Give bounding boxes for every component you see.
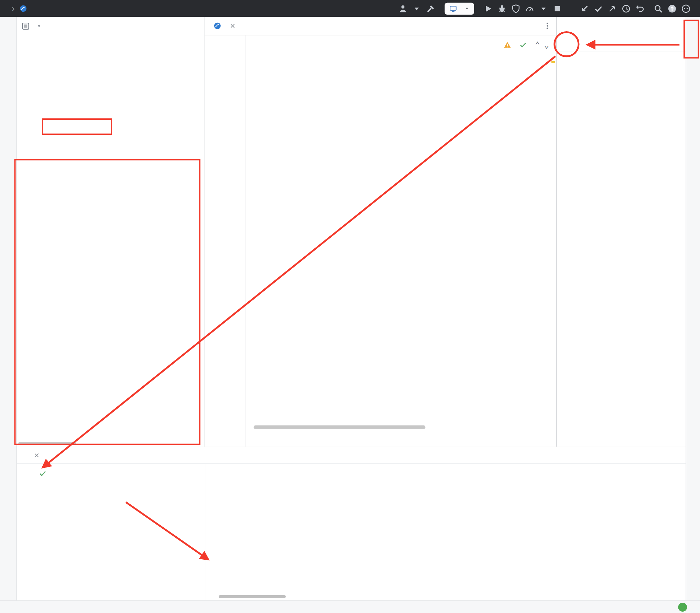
shield-icon — [511, 4, 521, 13]
project-panel — [17, 17, 204, 447]
caret-d-icon — [412, 4, 422, 13]
editor-tabbar — [205, 17, 556, 35]
project-panel-header — [17, 17, 204, 35]
code-editor[interactable]: ⌃ ⌄ — [205, 35, 556, 447]
event-log-badge — [678, 602, 687, 611]
toolbar-icon[interactable] — [667, 4, 677, 13]
arrow-ur-icon — [608, 4, 617, 13]
titlebar-git-icons — [578, 4, 647, 13]
build-right-toolbar — [670, 464, 686, 600]
success-check-icon — [39, 469, 47, 478]
hammer-icon — [426, 4, 435, 13]
toolbar-icon[interactable] — [553, 4, 562, 13]
upload-icon — [667, 4, 677, 13]
breadcrumb-separator: › — [12, 3, 15, 14]
toolbar-icon[interactable] — [511, 4, 521, 13]
event-log-button[interactable] — [678, 602, 693, 611]
toolbar-icon[interactable] — [539, 4, 548, 13]
stop-icon — [553, 4, 562, 13]
profiler-icon — [525, 4, 534, 13]
inspection-widget[interactable]: ⌃ ⌄ — [504, 40, 549, 50]
run-config-select[interactable] — [445, 2, 474, 14]
editor-horizontal-scrollbar[interactable] — [254, 425, 426, 429]
toolbar-icon[interactable] — [635, 4, 645, 13]
sbt-file-icon — [19, 4, 27, 12]
toolbar-icon[interactable] — [654, 4, 663, 13]
error-stripe-warning-mark[interactable] — [551, 61, 555, 63]
toolbar-icon[interactable] — [497, 4, 507, 13]
titlebar: › — [0, 0, 700, 17]
prev-problem-chevron-up-icon[interactable]: ⌃ — [535, 40, 540, 50]
next-problem-chevron-down-icon[interactable]: ⌄ — [544, 40, 549, 50]
editor-tab-build-sbt[interactable] — [207, 17, 242, 35]
sbt-toolbar — [557, 35, 686, 51]
toolbar-icon[interactable] — [608, 4, 617, 13]
left-tool-stripe — [0, 17, 17, 600]
sbt-tool-window — [556, 17, 686, 447]
toolbar-icon[interactable] — [398, 4, 407, 13]
close-icon[interactable] — [229, 23, 236, 29]
build-status-line — [39, 469, 203, 478]
toolbar-icon[interactable] — [622, 4, 631, 13]
toolbar-icon[interactable] — [681, 4, 691, 13]
undo-icon — [635, 4, 645, 13]
titlebar-run-icons — [481, 4, 565, 13]
titlebar-far-icons — [652, 4, 693, 13]
build-panel-body — [17, 464, 686, 600]
arrow-dl-icon — [580, 4, 589, 13]
build-tab-sync[interactable] — [24, 447, 45, 463]
build-log-horizontal-scrollbar[interactable] — [219, 595, 286, 598]
check-icon — [519, 41, 527, 49]
copilot-color-icon — [681, 4, 691, 13]
run-config-icon — [449, 4, 457, 12]
play-icon — [483, 4, 493, 13]
project-horizontal-scrollbar[interactable] — [18, 442, 76, 445]
build-left-toolbar — [17, 464, 35, 600]
status-bar — [0, 601, 700, 613]
chevron-down-icon — [464, 6, 470, 11]
clock-icon — [622, 4, 631, 13]
build-status-pane — [35, 464, 206, 600]
check-icon — [594, 4, 603, 13]
build-log[interactable] — [206, 464, 670, 600]
right-tool-stripe — [686, 17, 700, 600]
sbt-file-icon — [214, 22, 221, 30]
project-icon — [21, 22, 30, 30]
build-panel-header — [17, 447, 686, 464]
sbt-project-tree — [557, 51, 686, 57]
ide-window: › — [0, 0, 700, 613]
editor-options-kebab-icon[interactable] — [543, 21, 552, 30]
titlebar-left-icons — [396, 4, 438, 13]
toolbar-icon[interactable] — [426, 4, 435, 13]
build-tool-window — [17, 447, 686, 601]
toolbar-icon[interactable] — [580, 4, 589, 13]
caret-d-icon — [539, 4, 548, 13]
close-icon[interactable] — [33, 452, 40, 458]
toolbar-icon[interactable] — [594, 4, 603, 13]
toolbar-icon[interactable] — [525, 4, 534, 13]
toolbar-icon[interactable] — [412, 4, 422, 13]
warning-icon — [504, 41, 511, 49]
user-icon — [398, 4, 407, 13]
chevron-down-icon[interactable] — [36, 23, 42, 29]
sbt-panel-header — [557, 17, 686, 35]
bug-icon — [497, 4, 507, 13]
toolbar-icon[interactable] — [483, 4, 493, 13]
breadcrumb[interactable] — [19, 4, 30, 12]
editor-panel: ⌃ ⌄ — [205, 17, 556, 447]
search-icon — [654, 4, 663, 13]
